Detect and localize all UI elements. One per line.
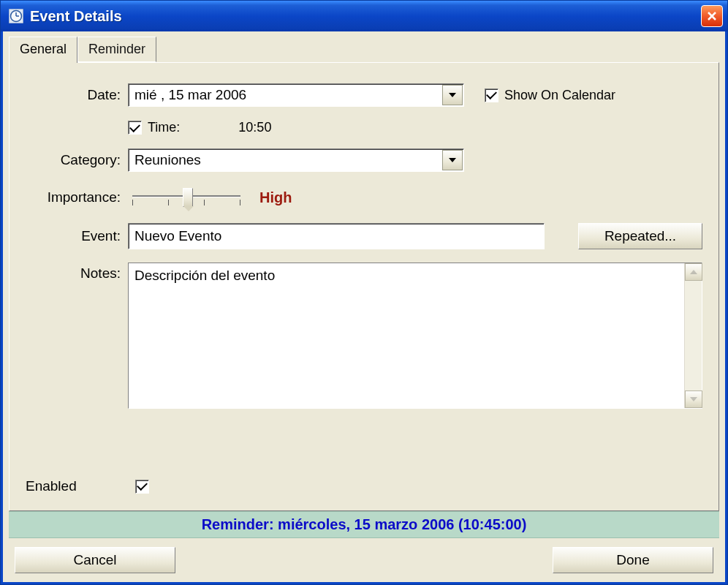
enabled-checkbox[interactable] bbox=[135, 480, 149, 494]
notes-label: Notes: bbox=[26, 263, 128, 282]
reminder-status: Reminder: miércoles, 15 marzo 2006 (10:4… bbox=[9, 511, 719, 538]
date-value: mié , 15 mar 2006 bbox=[129, 84, 441, 106]
notes-input[interactable] bbox=[129, 263, 684, 408]
tab-reminder[interactable]: Reminder bbox=[77, 37, 156, 62]
scroll-up-icon[interactable] bbox=[685, 263, 702, 281]
importance-slider[interactable] bbox=[128, 185, 245, 210]
category-dropdown[interactable]: Reuniones bbox=[128, 148, 464, 172]
cancel-button[interactable]: Cancel bbox=[15, 547, 175, 573]
client-area: General Reminder Date: mié , 15 mar 2006… bbox=[1, 31, 727, 584]
done-button[interactable]: Done bbox=[553, 547, 713, 573]
event-details-window: Event Details General Reminder Date: mié… bbox=[0, 0, 728, 585]
svg-marker-9 bbox=[690, 397, 697, 401]
notes-field-wrap bbox=[128, 263, 702, 409]
clock-icon bbox=[8, 8, 24, 24]
chevron-down-icon[interactable] bbox=[442, 150, 463, 170]
scroll-down-icon[interactable] bbox=[685, 390, 702, 408]
date-label: Date: bbox=[26, 87, 128, 103]
importance-value: High bbox=[259, 189, 292, 206]
svg-marker-8 bbox=[690, 270, 697, 274]
svg-marker-6 bbox=[449, 93, 456, 97]
category-label: Category: bbox=[26, 152, 128, 168]
svg-marker-7 bbox=[449, 158, 456, 162]
category-value: Reuniones bbox=[129, 149, 441, 171]
tab-general[interactable]: General bbox=[9, 37, 77, 63]
time-label: Time: bbox=[148, 120, 180, 135]
time-value[interactable]: 10:50 bbox=[238, 120, 271, 135]
event-input[interactable] bbox=[128, 223, 545, 249]
tabstrip: General Reminder bbox=[9, 36, 719, 62]
repeated-button[interactable]: Repeated... bbox=[578, 223, 702, 249]
enabled-label: Enabled bbox=[26, 478, 135, 494]
time-checkbox[interactable] bbox=[128, 121, 142, 135]
notes-scrollbar[interactable] bbox=[684, 263, 702, 408]
show-on-calendar-checkbox[interactable] bbox=[485, 88, 498, 102]
tabpanel-general: Date: mié , 15 mar 2006 Show On Calendar bbox=[9, 62, 719, 511]
titlebar: Event Details bbox=[1, 1, 727, 31]
close-button[interactable] bbox=[701, 5, 723, 27]
chevron-down-icon[interactable] bbox=[442, 85, 463, 105]
date-dropdown[interactable]: mié , 15 mar 2006 bbox=[128, 83, 464, 107]
importance-label: Importance: bbox=[26, 189, 128, 205]
show-on-calendar-label: Show On Calendar bbox=[504, 88, 615, 103]
window-title: Event Details bbox=[30, 8, 122, 25]
slider-thumb[interactable] bbox=[183, 188, 193, 207]
event-label: Event: bbox=[26, 228, 128, 244]
